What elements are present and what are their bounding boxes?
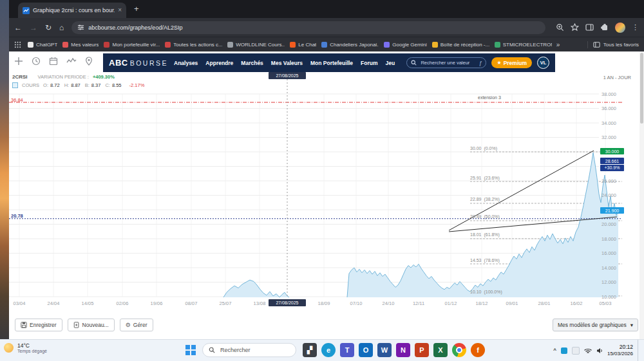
tray-app-icon[interactable] [561, 347, 567, 354]
apps-grid-icon[interactable] [14, 41, 21, 48]
bookmark-favicon [28, 42, 33, 48]
history-clock-icon[interactable] [32, 57, 41, 66]
bookmark-item[interactable]: Mes valeurs [60, 42, 101, 48]
profile-avatar[interactable] [615, 23, 625, 33]
taskbar-search-input[interactable] [219, 346, 290, 354]
taskbar-app-powerpoint[interactable]: P [415, 343, 429, 357]
price-badge-ref-pct: +30.9% [600, 165, 624, 171]
templates-label: Mes modèles de graphiques [558, 322, 627, 328]
favorites-panel-icon [593, 41, 600, 48]
price-chart-svg[interactable] [9, 72, 627, 315]
bookmark-item[interactable]: STMICROELECTRON... [492, 42, 554, 48]
taskbar-search[interactable] [202, 343, 296, 357]
templates-select[interactable]: Mes modèles de graphiques ▾ [553, 319, 638, 331]
browser-menu-icon[interactable]: ⋮ [632, 23, 639, 32]
x-axis-label: 01/12 [438, 301, 464, 306]
map-pin-icon[interactable] [85, 57, 93, 66]
taskbar: 14°C Temps dégagé ▞eTOWNPXf ^ 20:12 15/0… [0, 339, 644, 361]
nav-item-mon-portefeuille[interactable]: Mon Portefeuille [310, 60, 353, 66]
quote-search-input[interactable] [419, 59, 476, 66]
save-button[interactable]: Enregistrer [15, 319, 62, 331]
y-axis-label: 16.000 [601, 250, 616, 256]
premium-button[interactable]: ★ Premium [491, 57, 532, 68]
bookmark-item[interactable]: Google Gemini [381, 42, 429, 48]
clock[interactable]: 20:12 15/03/2026 [607, 344, 633, 357]
all-favorites-button[interactable]: Tous les favoris [587, 41, 639, 48]
start-button[interactable] [185, 345, 196, 355]
tray-time: 20:12 [607, 344, 633, 351]
back-button[interactable]: ← [14, 24, 22, 32]
taskbar-app-outlook[interactable]: O [359, 343, 373, 357]
taskbar-app-teams[interactable]: T [340, 343, 354, 357]
calendar-icon[interactable] [49, 57, 58, 66]
bookmark-item[interactable]: Toutes les actions c... [162, 42, 225, 48]
page-scrollbar[interactable] [639, 51, 644, 340]
address-bar[interactable]: abcbourse.com/graphes/eod/AL2SIp [71, 21, 545, 34]
save-label: Enregistrer [30, 322, 57, 328]
taskbar-app-firefox[interactable]: f [471, 343, 485, 357]
bookmark-item[interactable]: Mon portefeuille vir... [101, 42, 162, 48]
extensions-puzzle-icon[interactable] [600, 23, 609, 32]
tray-onedrive-icon[interactable] [572, 347, 580, 355]
series-legend-checkbox[interactable] [12, 82, 18, 88]
y-axis-label: 20.000 [601, 221, 616, 227]
taskbar-app-edge[interactable]: e [321, 343, 336, 357]
manage-button[interactable]: ⚙ Gérer [120, 319, 153, 331]
bookmark-item[interactable]: Chandeliers Japonai... [319, 42, 381, 48]
bookmark-item[interactable]: WORLDLINE Cours... [225, 42, 287, 48]
chart-tools [14, 57, 93, 66]
forward-button[interactable]: → [30, 24, 37, 32]
new-button[interactable]: Nouveau... [68, 319, 115, 331]
scrollbar-thumb[interactable] [640, 53, 643, 124]
site-logo[interactable]: ABC [109, 58, 128, 68]
weather-widget[interactable]: 14°C Temps dégagé [4, 342, 47, 353]
taskbar-app-chrome[interactable] [452, 343, 466, 357]
nav-item-mes-valeurs[interactable]: Mes Valeurs [271, 60, 303, 66]
series-legend-label: COURS [22, 82, 39, 88]
x-axis-label: 02/06 [109, 301, 135, 306]
quote-search[interactable]: ƒ [406, 57, 486, 68]
site-logo-suffix[interactable]: BOURSE [130, 59, 168, 67]
tray-overflow-icon[interactable]: ^ [553, 347, 556, 353]
add-tool-icon[interactable] [14, 57, 23, 66]
indicator-wave-icon[interactable] [66, 57, 77, 66]
bookmark-item[interactable]: ChatGPT [25, 42, 60, 48]
x-axis-label: 18/09 [311, 301, 337, 306]
volume-icon[interactable] [596, 347, 603, 354]
bookmark-list: ChatGPTMes valeursMon portefeuille vir..… [25, 42, 554, 48]
side-panel-icon[interactable] [585, 23, 594, 32]
tray-date: 15/03/2026 [607, 351, 633, 357]
bookmark-label: WORLDLINE Cours... [236, 42, 285, 48]
nav-item-forum[interactable]: Forum [361, 60, 377, 66]
home-button[interactable]: ⌂ [59, 24, 64, 32]
browser-tab[interactable]: Graphique 2crsi : cours en bour... × [18, 3, 126, 18]
tab-close-icon[interactable]: × [118, 7, 122, 14]
bookmark-item[interactable]: Boîte de réception -... [430, 42, 492, 48]
taskbar-app-photos[interactable]: ▞ [303, 343, 317, 357]
new-tab-button[interactable]: + [134, 4, 139, 14]
taskbar-app-excel[interactable]: X [433, 343, 448, 357]
bookmarks-overflow-icon[interactable]: » [556, 41, 560, 48]
save-disk-icon [21, 322, 27, 328]
site-settings-icon[interactable] [77, 24, 84, 31]
ohlc-value: 8.72 [50, 82, 60, 88]
taskbar-app-onenote[interactable]: N [396, 343, 410, 357]
bookmark-label: STMICROELECTRON... [503, 42, 552, 48]
nav-item-analyses[interactable]: Analyses [174, 60, 198, 66]
show-desktop-button[interactable] [638, 340, 640, 361]
reload-button[interactable]: ↻ [45, 24, 52, 32]
zoom-icon[interactable] [556, 23, 564, 32]
user-avatar[interactable]: VL [537, 57, 549, 69]
y-axis-label: 18.000 [601, 236, 616, 242]
nav-item-jeu[interactable]: Jeu [386, 60, 395, 66]
taskbar-app-word[interactable]: W [377, 343, 392, 357]
x-axis-label: 14/05 [75, 301, 100, 306]
nav-item-apprendre[interactable]: Apprendre [205, 60, 233, 66]
tab-title: Graphique 2crsi : cours en bour... [33, 7, 115, 14]
nav-item-march-s[interactable]: Marchés [241, 60, 263, 66]
bookmark-item[interactable]: Le Chat [287, 42, 319, 48]
x-axis-label: 16/02 [564, 301, 589, 306]
wifi-icon[interactable] [584, 347, 592, 354]
change-percent: -2.17% [129, 82, 145, 88]
bookmark-star-icon[interactable] [571, 23, 579, 32]
